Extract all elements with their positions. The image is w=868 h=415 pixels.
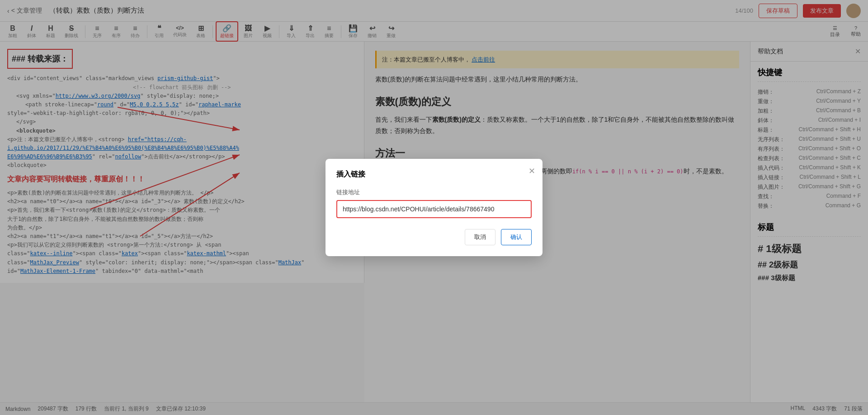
modal-url-input[interactable] [336, 200, 532, 218]
modal-actions: 取消 确认 [336, 229, 532, 245]
modal-title: 插入链接 [336, 170, 532, 179]
modal-overlay[interactable]: 插入链接 ✕ 链接地址 取消 确认 [0, 0, 868, 415]
modal-confirm-button[interactable]: 确认 [501, 229, 532, 245]
modal-dialog: 插入链接 ✕ 链接地址 取消 确认 [326, 159, 542, 256]
modal-close-button[interactable]: ✕ [528, 166, 535, 176]
modal-cancel-button[interactable]: 取消 [465, 229, 495, 245]
modal-field-label: 链接地址 [336, 188, 532, 196]
